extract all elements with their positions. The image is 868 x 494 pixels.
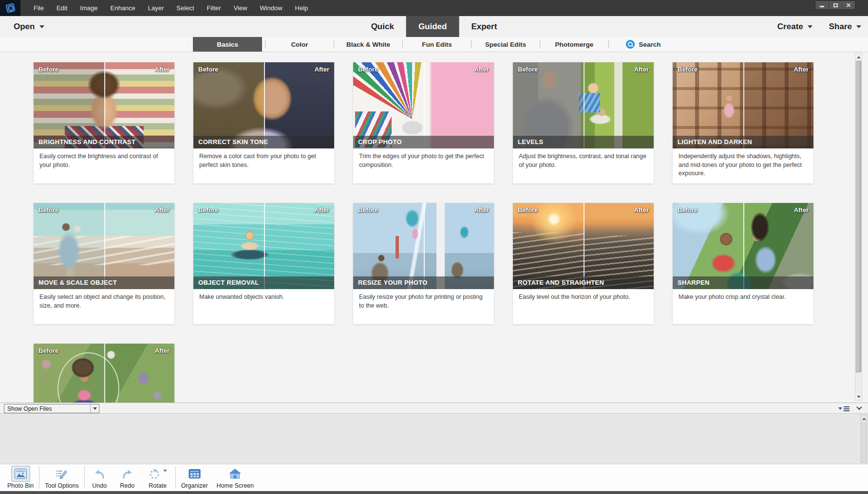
card-levels[interactable]: Before After LEVELS Adjust the brightnes… — [513, 62, 654, 183]
window-controls: ✕ — [815, 0, 855, 10]
rotate-button[interactable]: Rotate — [141, 464, 174, 491]
taskbar: Photo Bin Tool Options Undo Redo — [0, 464, 868, 491]
create-button[interactable]: Create — [777, 22, 812, 32]
tab-guided[interactable]: Guided — [406, 16, 459, 37]
home-screen-button[interactable]: Home Screen — [212, 464, 258, 491]
photo-bin-panel — [0, 414, 868, 464]
card-brightness-and-contrast[interactable]: Before After BRIGHTNESS AND CONTRAST Eas… — [34, 62, 174, 183]
card-title: SHARPEN — [673, 276, 813, 289]
before-label: Before — [678, 66, 698, 73]
close-button[interactable]: ✕ — [842, 1, 855, 9]
minimize-button[interactable] — [815, 1, 829, 9]
after-label: After — [474, 206, 489, 214]
tab-quick[interactable]: Quick — [359, 16, 406, 37]
taskbar-button-label: Redo — [120, 483, 134, 490]
photo-bin-button[interactable]: Photo Bin — [3, 464, 38, 491]
redo-button[interactable]: Redo — [113, 464, 141, 491]
after-label: After — [155, 347, 170, 354]
chevron-down-icon — [163, 470, 167, 472]
bin-scrollbar[interactable] — [861, 415, 867, 463]
card-crop-photo[interactable]: Before After CROP PHOTO Trim the edges o… — [353, 62, 494, 183]
taskbar-button-label: Organizer — [181, 483, 208, 490]
scroll-down-button[interactable] — [855, 393, 862, 400]
card-title: ROTATE AND STRAIGHTEN — [513, 276, 654, 289]
menu-window[interactable]: Window — [254, 0, 287, 16]
collapse-panel-chevron-icon[interactable] — [856, 404, 862, 410]
open-button[interactable]: Open — [14, 16, 44, 37]
bin-bar-icons — [838, 403, 861, 414]
menu-help[interactable]: Help — [290, 0, 314, 16]
before-label: Before — [198, 206, 218, 214]
separator — [84, 467, 85, 489]
before-label: Before — [198, 66, 218, 73]
card-object-removal[interactable]: Before After OBJECT REMOVAL Make unwante… — [193, 203, 334, 324]
before-after-thumbnail: Before After ROTATE AND STRAIGHTEN — [513, 203, 654, 289]
tab-special-edits[interactable]: Special Edits — [474, 37, 537, 52]
scroll-up-button[interactable] — [855, 54, 862, 60]
organizer-button[interactable]: Organizer — [177, 464, 212, 491]
menu-layer[interactable]: Layer — [143, 0, 170, 16]
after-label: After — [474, 66, 489, 73]
before-label: Before — [38, 347, 58, 354]
panel-options-menu-icon[interactable] — [838, 406, 849, 411]
search-button[interactable]: Search — [612, 37, 675, 52]
photo-bin-bar: Show Open Files — [0, 403, 868, 414]
share-button[interactable]: Share — [829, 22, 861, 32]
guided-edits-content: Before After BRIGHTNESS AND CONTRAST Eas… — [0, 52, 868, 403]
card-description: Easily resize your photo for printing or… — [353, 289, 494, 324]
before-label: Before — [38, 206, 58, 214]
taskbar-button-label: Rotate — [149, 483, 167, 490]
right-actions: Create Share — [777, 16, 861, 37]
scroll-up-button[interactable] — [861, 415, 867, 422]
card-title: OBJECT REMOVAL — [193, 276, 334, 289]
menu-view[interactable]: View — [228, 0, 252, 16]
taskbar-button-label: Home Screen — [217, 483, 254, 490]
content-scrollbar[interactable] — [855, 53, 862, 401]
show-open-files-dropdown[interactable]: Show Open Files — [4, 404, 99, 413]
chevron-down-icon — [93, 407, 97, 410]
dropdown-arrow — [90, 404, 99, 413]
menu-edit[interactable]: Edit — [51, 0, 73, 16]
card-sharpen[interactable]: Before After SHARPEN Make your photo cri… — [673, 203, 813, 324]
maximize-button[interactable] — [829, 1, 842, 9]
tool-options-button[interactable]: Tool Options — [40, 464, 83, 491]
card-description: Make your photo crisp and crystal clear. — [673, 289, 813, 324]
tab-fun-edits[interactable]: Fun Edits — [406, 37, 468, 52]
menu-file[interactable]: File — [28, 0, 49, 16]
bottom-strip — [0, 491, 868, 494]
tab-color[interactable]: Color — [268, 37, 331, 52]
before-after-thumbnail: Before After CORRECT SKIN TONE — [193, 62, 334, 148]
scrollbar-thumb[interactable] — [856, 61, 861, 372]
tab-expert[interactable]: Expert — [459, 16, 509, 37]
cards-grid: Before After BRIGHTNESS AND CONTRAST Eas… — [34, 62, 813, 403]
before-after-thumbnail: Before After RESIZE YOUR PHOTO — [353, 203, 494, 289]
card-resize-your-photo[interactable]: Before After RESIZE YOUR PHOTO Easily re… — [353, 203, 494, 324]
tab-black-and-white[interactable]: Black & White — [337, 37, 399, 52]
card-description: Independently adjust the shadows, highli… — [673, 148, 813, 183]
card-move-and-scale-object[interactable]: Before After MOVE & SCALE OBJECT Easily … — [34, 203, 174, 324]
menu-filter[interactable]: Filter — [202, 0, 226, 16]
menu-image[interactable]: Image — [75, 0, 103, 16]
menu-enhance[interactable]: Enhance — [105, 0, 141, 16]
menu-lines-icon — [844, 406, 849, 411]
mode-tabs: Quick Guided Expert — [359, 16, 509, 37]
card-partial[interactable]: Before After — [34, 344, 174, 403]
open-label: Open — [14, 22, 35, 32]
card-title: CORRECT SKIN TONE — [193, 136, 334, 148]
tab-basics[interactable]: Basics — [193, 37, 262, 52]
chevron-down-icon — [856, 25, 861, 28]
close-icon: ✕ — [846, 2, 851, 8]
card-rotate-and-straighten[interactable]: Before After ROTATE AND STRAIGHTEN Easil… — [513, 203, 654, 324]
tab-photomerge[interactable]: Photomerge — [543, 37, 605, 52]
menu-select[interactable]: Select — [171, 0, 199, 16]
separator — [265, 40, 265, 48]
undo-button[interactable]: Undo — [86, 464, 113, 491]
card-description: Trim the edges of your photo to get the … — [353, 148, 494, 183]
card-correct-skin-tone[interactable]: Before After CORRECT SKIN TONE Remove a … — [193, 62, 334, 183]
before-after-thumbnail: Before After OBJECT REMOVAL — [193, 203, 334, 289]
card-title: RESIZE YOUR PHOTO — [353, 276, 494, 289]
rotate-icon — [146, 466, 170, 482]
home-icon — [226, 466, 245, 482]
card-description: Make unwanted objects vanish. — [193, 289, 334, 324]
card-lighten-and-darken[interactable]: Before After LIGHTEN AND DARKEN Independ… — [673, 62, 813, 183]
